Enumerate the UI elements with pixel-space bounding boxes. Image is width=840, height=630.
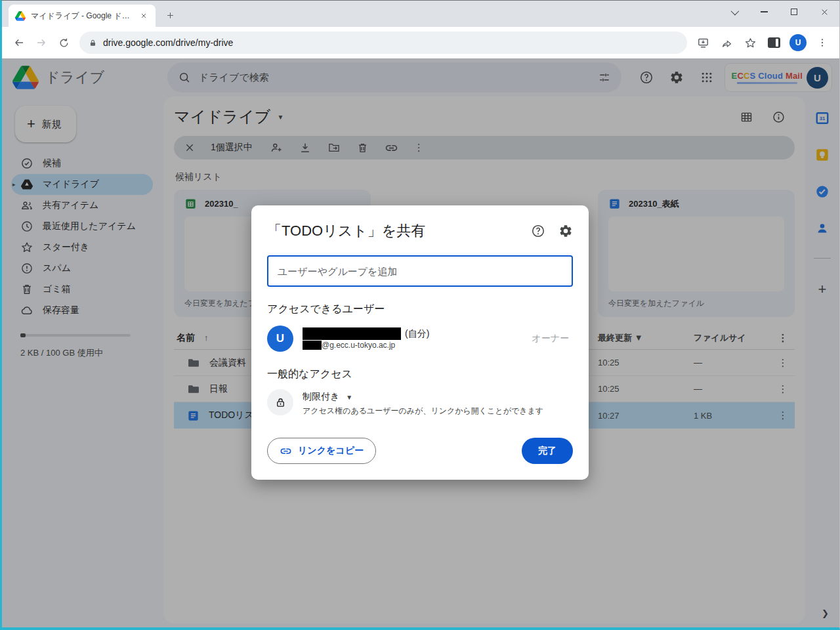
done-button[interactable]: 完了: [522, 438, 573, 464]
general-access-label: 一般的なアクセス: [267, 368, 573, 381]
browser-window: マイドライブ - Google ドライブ: [0, 0, 840, 630]
access-section-label: アクセスできるユーザー: [267, 303, 573, 316]
redacted-name: [303, 327, 401, 340]
dropdown-arrow-icon: ▼: [346, 394, 352, 401]
general-access-row: 制限付き ▼ アクセス権のあるユーザーのみが、リンクから開くことができます: [267, 389, 573, 417]
downloads-icon[interactable]: [692, 32, 713, 53]
maximize-button[interactable]: [779, 1, 809, 23]
browser-tab[interactable]: マイドライブ - Google ドライブ: [9, 5, 156, 27]
restriction-description: アクセス権のあるユーザーのみが、リンクから開くことができます: [303, 406, 543, 417]
share-dialog: 「TODOリスト」を共有 アクセスできるユーザー U (自: [251, 205, 589, 480]
share-settings-gear-icon[interactable]: [558, 224, 573, 238]
owner-email: @g.ecc.u-tokyo.ac.jp: [322, 341, 395, 350]
toolbar-actions: U: [692, 32, 833, 53]
tab-strip: マイドライブ - Google ドライブ: [2, 1, 839, 27]
tab-close-icon[interactable]: [138, 10, 149, 21]
dialog-title: 「TODOリスト」を共有: [267, 221, 531, 241]
browser-menu-icon[interactable]: [812, 32, 833, 53]
back-button[interactable]: [9, 32, 30, 53]
tab-search-chevron-icon[interactable]: [719, 1, 749, 23]
owner-avatar: U: [267, 326, 293, 352]
browser-profile-avatar[interactable]: U: [789, 34, 807, 51]
owner-row[interactable]: U (自分) @g.ecc.u-tokyo.ac.jp オーナー: [267, 326, 573, 352]
forward-button[interactable]: [31, 32, 52, 53]
site-lock-icon[interactable]: [89, 39, 97, 47]
add-people-input[interactable]: [267, 255, 573, 287]
drive-favicon-icon: [15, 11, 26, 21]
close-window-button[interactable]: [809, 1, 839, 23]
owner-role-label: オーナー: [532, 333, 573, 345]
reload-button[interactable]: [53, 32, 74, 53]
tab-title: マイドライブ - Google ドライブ: [31, 10, 133, 22]
browser-toolbar: drive.google.com/drive/my-drive U: [2, 27, 839, 58]
copy-link-button[interactable]: リンクをコピー: [267, 438, 376, 464]
minimize-button[interactable]: [749, 1, 779, 23]
drive-app: ドライブ ドライブで検索: [2, 58, 839, 627]
side-panel-icon[interactable]: [763, 32, 784, 53]
address-bar[interactable]: drive.google.com/drive/my-drive: [79, 32, 687, 54]
new-tab-button[interactable]: [161, 6, 179, 24]
lock-icon: [267, 389, 293, 415]
self-label: (自分): [405, 328, 429, 340]
window-controls: [719, 1, 839, 23]
bookmark-star-icon[interactable]: [740, 32, 761, 53]
share-page-icon[interactable]: [716, 32, 737, 53]
url-text: drive.google.com/drive/my-drive: [103, 37, 233, 48]
redacted-email-user: [303, 341, 322, 350]
restriction-dropdown[interactable]: 制限付き ▼: [303, 389, 543, 403]
share-help-icon[interactable]: [531, 224, 545, 238]
